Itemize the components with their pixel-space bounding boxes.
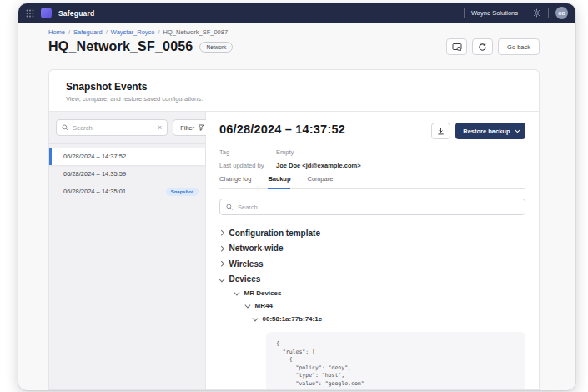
- restore-backup-label: Restore backup: [463, 128, 510, 135]
- breadcrumb-separator: /: [106, 28, 108, 36]
- app-launcher-icon[interactable]: [26, 9, 34, 18]
- snapshot-search-row: × Filter: [49, 112, 205, 144]
- clear-search-icon[interactable]: ×: [158, 124, 162, 132]
- backup-search-box: [219, 199, 525, 215]
- tab-change-log[interactable]: Change log: [219, 175, 251, 189]
- snapshot-timestamp: 06/28/2024 – 14:37:52: [63, 153, 126, 160]
- refresh-button[interactable]: [472, 38, 493, 55]
- page-body: Home / Safeguard / Waystar_Royco / HQ_Ne…: [18, 23, 575, 390]
- breadcrumb-separator: /: [158, 28, 159, 36]
- chevron-right-icon: [219, 261, 224, 266]
- network-type-badge: Network: [199, 42, 233, 53]
- meta-row-updated: Last updated by Joe Doe <jd@example.com>: [219, 162, 525, 169]
- user-avatar[interactable]: OB: [555, 7, 568, 19]
- breadcrumb-separator: /: [68, 28, 70, 36]
- tree-node-label: Wireless: [229, 259, 264, 269]
- safeguard-logo: [41, 8, 52, 18]
- snapshot-list-item[interactable]: 06/28/2024 – 14:35:59: [49, 165, 205, 183]
- navbar-divider: [525, 8, 525, 18]
- last-updated-label: Last updated by: [219, 162, 276, 169]
- header-actions: Go back: [446, 38, 540, 55]
- detail-actions: Restore backup: [431, 123, 525, 139]
- backup-code-block: { "rules": [ { "policy": "deny", "type":…: [266, 332, 525, 389]
- code-line: {: [276, 340, 515, 349]
- page-title: HQ_Network_SF_0056: [48, 39, 193, 54]
- tree-node-label: Devices: [229, 274, 261, 284]
- chevron-right-icon: [219, 246, 224, 251]
- filter-icon: [198, 124, 204, 131]
- search-icon: [62, 124, 68, 131]
- tab-compare[interactable]: Compare: [307, 175, 333, 189]
- snapshot-list: 06/28/2024 – 14:37:52 06/28/2024 – 14:35…: [49, 148, 205, 200]
- snapshot-search-box: ×: [56, 119, 168, 136]
- chevron-down-icon: [245, 303, 250, 308]
- code-line: "value": "google.com": [276, 380, 515, 389]
- breadcrumb-current: HQ_Network_SF_0087: [163, 28, 229, 36]
- refresh-icon: [478, 43, 487, 52]
- tenant-name: Wayne Solutions: [471, 9, 518, 17]
- tab-backup[interactable]: Backup: [268, 175, 290, 189]
- app-window: Safeguard Wayne Solutions: [18, 3, 575, 390]
- card-title: Snapshot Events: [66, 81, 522, 93]
- snapshot-timestamp: 06/28/2024 – 14:35:01: [63, 188, 126, 195]
- snapshot-search-input[interactable]: [73, 124, 153, 132]
- download-button[interactable]: [431, 123, 450, 139]
- chevron-down-icon: [234, 290, 239, 295]
- go-back-button[interactable]: Go back: [498, 38, 540, 55]
- tree-node-mr44[interactable]: MR44: [245, 299, 525, 312]
- tree-node-network-wide[interactable]: Network-wide: [219, 241, 525, 257]
- tree-node-wireless[interactable]: Wireless: [219, 256, 525, 272]
- code-line: "policy": "deny",: [276, 364, 515, 373]
- detail-header: 06/28/2024 – 14:37:52 Restore backup: [219, 123, 525, 139]
- tree-node-label: Configuration template: [229, 229, 320, 238]
- tree-node-configuration-template[interactable]: Configuration template: [219, 225, 525, 241]
- code-line: {: [276, 356, 515, 364]
- config-tree: Configuration template Network-wide Wire…: [219, 225, 525, 325]
- title-row: HQ_Network_SF_0056 Network: [48, 38, 540, 55]
- navbar-right: Wayne Solutions OB: [464, 7, 568, 19]
- screen: Safeguard Wayne Solutions: [0, 0, 588, 392]
- navbar-left: Safeguard: [26, 8, 94, 18]
- breadcrumb-link-home[interactable]: Home: [48, 28, 65, 36]
- breadcrumb-link-safeguard[interactable]: Safeguard: [73, 28, 103, 36]
- breadcrumb: Home / Safeguard / Waystar_Royco / HQ_Ne…: [48, 28, 540, 36]
- tree-node-mr-devices[interactable]: MR Devices: [234, 287, 525, 299]
- snapshot-timestamp: 06/28/2024 – 14:35:59: [63, 170, 126, 178]
- snapshot-meta: Tag Empty Last updated by Joe Doe <jd@ex…: [219, 148, 525, 169]
- code-line: },: [276, 389, 515, 389]
- backup-search-input[interactable]: [238, 204, 519, 211]
- breadcrumb-link-waystar-royco[interactable]: Waystar_Royco: [111, 28, 155, 36]
- page-header: Home / Safeguard / Waystar_Royco / HQ_Ne…: [18, 23, 575, 55]
- snapshot-list-panel: × Filter 06/28/2024 – 14:37:5: [49, 112, 206, 389]
- card-subtitle: View, compare, and restore saved configu…: [66, 95, 522, 103]
- download-icon: [437, 128, 445, 135]
- chevron-down-icon: [253, 315, 258, 320]
- card-head: Snapshot Events View, compare, and resto…: [49, 70, 539, 111]
- gear-icon[interactable]: [532, 8, 541, 18]
- snapshot-detail-panel: 06/28/2024 – 14:37:52 Restore backup: [206, 112, 539, 389]
- tree-node-label: Network-wide: [229, 244, 284, 253]
- snapshot-list-item[interactable]: 06/28/2024 – 14:37:52: [49, 148, 205, 165]
- snapshot-title: 06/28/2024 – 14:37:52: [219, 123, 345, 136]
- avatar-initials: OB: [558, 11, 565, 16]
- brand-name: Safeguard: [58, 9, 94, 18]
- preview-icon: [452, 43, 462, 52]
- detail-tabs: Change log Backup Compare: [219, 175, 525, 189]
- top-navbar: Safeguard Wayne Solutions: [18, 3, 575, 23]
- code-line: "rules": [: [276, 349, 515, 357]
- search-icon: [226, 204, 233, 210]
- tag-value: Empty: [276, 148, 294, 156]
- code-line: "type": "host",: [276, 372, 515, 380]
- snapshot-events-card: Snapshot Events View, compare, and resto…: [48, 69, 540, 390]
- split-view: × Filter 06/28/2024 – 14:37:5: [49, 111, 539, 389]
- navbar-divider: [464, 8, 465, 18]
- tree-node-label: MR44: [255, 302, 273, 309]
- chevron-right-icon: [219, 230, 224, 235]
- snapshot-list-item[interactable]: 06/28/2024 – 14:35:01 Snapshot: [49, 183, 205, 200]
- snapshot-badge: Snapshot: [166, 188, 199, 196]
- tree-node-label: MR Devices: [244, 289, 282, 297]
- preview-button[interactable]: [446, 38, 467, 55]
- restore-backup-button[interactable]: Restore backup: [455, 123, 525, 139]
- tree-node-devices[interactable]: Devices: [219, 272, 525, 288]
- tree-node-mac-address[interactable]: 00:58:1a:77b:74:1c: [253, 312, 525, 325]
